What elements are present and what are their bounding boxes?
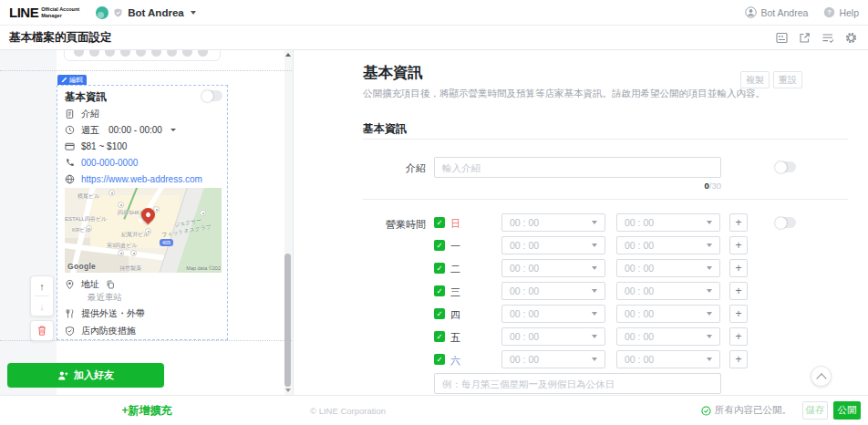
day-label: 三 xyxy=(450,285,460,299)
open-time-select[interactable]: 00 : 00 xyxy=(501,213,605,232)
add-time-slot-button[interactable]: + xyxy=(729,259,748,277)
basic-info-preview-card[interactable]: 基本資訊 介紹 週五 00:00 - 00:00 xyxy=(57,85,228,340)
map-marker xyxy=(108,190,115,196)
add-time-slot-button[interactable]: + xyxy=(729,350,748,368)
day-checkbox[interactable]: ✓ xyxy=(434,217,445,228)
day-checkbox[interactable]: ✓ xyxy=(434,331,445,342)
preview-card-toggle[interactable] xyxy=(202,90,222,101)
open-time-select[interactable]: 00 : 00 xyxy=(501,327,605,346)
open-time-select[interactable]: 00 : 00 xyxy=(501,350,605,368)
preview-phone-row[interactable]: 000-000-0000 xyxy=(65,157,138,169)
person-add-icon xyxy=(57,370,68,381)
help-menu[interactable]: ? Help xyxy=(823,6,859,18)
map[interactable]: 横尾ビル 四谷SHKビル ESTALL四谷ビル KRビル 紀尾井ビル ジェクサー… xyxy=(65,188,222,273)
intro-toggle[interactable] xyxy=(776,161,796,172)
line-logo[interactable]: LINE xyxy=(9,5,38,20)
open-time-select[interactable]: 00 : 00 xyxy=(501,282,605,300)
chevron-down-icon xyxy=(707,335,712,338)
save-button[interactable]: 儲存 xyxy=(802,401,828,420)
hours-note-input[interactable] xyxy=(434,373,721,394)
chevron-down-icon xyxy=(592,221,597,224)
gear-icon[interactable] xyxy=(845,32,857,44)
open-time-select[interactable]: 00 : 00 xyxy=(501,259,605,277)
close-time-select[interactable]: 00 : 00 xyxy=(616,350,720,368)
preview-card-above[interactable] xyxy=(64,50,221,61)
add-expansion-button[interactable]: +新增擴充 xyxy=(121,403,171,419)
open-time-select[interactable]: 00 : 00 xyxy=(501,236,605,254)
add-time-slot-button[interactable]: + xyxy=(729,327,748,346)
preview-url-row[interactable]: https://www.web-address.com xyxy=(65,173,202,185)
scroll-up-arrow-icon[interactable] xyxy=(285,53,291,57)
scroll-down-arrow-icon[interactable] xyxy=(285,389,291,392)
list-check-icon[interactable] xyxy=(822,32,834,44)
help-icon: ? xyxy=(823,6,835,18)
close-time-select[interactable]: 00 : 00 xyxy=(616,305,720,323)
edit-tag[interactable]: 編輯 xyxy=(57,75,87,85)
topbar-right: Bot Andrea ? Help xyxy=(745,6,859,18)
map-label: 第3四倉ビル xyxy=(107,242,138,250)
close-time-select[interactable]: 00 : 00 xyxy=(616,282,720,300)
hours-row: ✓ 二 00 : 00 00 : 00 + xyxy=(434,259,817,277)
map-marker xyxy=(118,250,124,256)
preview-hours-row[interactable]: 週五 00:00 - 00:00 xyxy=(65,124,176,136)
icon-placeholder xyxy=(198,50,208,57)
day-label: 四 xyxy=(450,308,460,322)
hours-row: ✓ 四 00 : 00 00 : 00 + xyxy=(434,305,817,323)
topbar: LINE Official AccountManager Bot Andrea … xyxy=(0,0,868,26)
day-checkbox[interactable]: ✓ xyxy=(434,354,445,365)
day-checkbox[interactable]: ✓ xyxy=(434,263,445,274)
add-time-slot-button[interactable]: + xyxy=(729,236,748,254)
day-checkbox[interactable]: ✓ xyxy=(434,308,445,319)
copy-icon[interactable] xyxy=(106,280,115,289)
add-time-slot-button[interactable]: + xyxy=(729,305,748,323)
publish-button[interactable]: 公開 xyxy=(833,401,861,420)
close-time-select[interactable]: 00 : 00 xyxy=(616,213,720,232)
header-tools xyxy=(776,32,859,44)
utensils-icon xyxy=(65,308,75,319)
chevron-down-icon xyxy=(707,244,712,247)
open-time-select[interactable]: 00 : 00 xyxy=(501,305,605,323)
icon-placeholder xyxy=(182,50,192,57)
move-down-button[interactable]: ↓ xyxy=(31,296,53,316)
map-marker xyxy=(200,210,206,216)
hours-row: ✓ 日 00 : 00 00 : 00 + xyxy=(434,213,817,232)
scroll-to-top-button[interactable] xyxy=(811,366,832,387)
account-switcher[interactable]: Bot Andrea xyxy=(96,6,196,19)
day-label: 六 xyxy=(450,354,460,368)
move-up-button[interactable]: ↑ xyxy=(31,276,53,295)
delete-button[interactable] xyxy=(30,320,54,341)
preview-icon[interactable] xyxy=(776,32,788,44)
close-time-select[interactable]: 00 : 00 xyxy=(616,327,720,346)
preview-address-row[interactable]: 地址 xyxy=(65,278,115,290)
copy-button[interactable]: 複製 xyxy=(740,71,770,88)
scrollbar-thumb[interactable] xyxy=(284,254,291,387)
form-description: 公開擴充項目後，將顯示營業時間及預算等店家基本資訊。請啟用希望公開的項目並輸入內… xyxy=(363,88,765,100)
icon-placeholder xyxy=(136,50,146,57)
close-time-select[interactable]: 00 : 00 xyxy=(616,236,720,254)
map-label: 紀尾井ビル xyxy=(121,231,149,239)
hours-toggle[interactable] xyxy=(776,217,796,228)
preview-takeout-row: 提供外送・外帶 xyxy=(65,307,145,319)
chevron-down-icon xyxy=(592,358,597,361)
map-label: 持世製薬 xyxy=(119,264,141,273)
reset-button[interactable]: 重設 xyxy=(773,71,802,88)
user-menu[interactable]: Bot Andrea xyxy=(745,6,808,18)
close-time-select[interactable]: 00 : 00 xyxy=(616,259,720,277)
day-checkbox[interactable]: ✓ xyxy=(434,240,445,251)
day-checkbox[interactable]: ✓ xyxy=(434,285,445,296)
preview-scrollbar[interactable] xyxy=(284,50,293,395)
chevron-down-icon xyxy=(707,221,712,224)
icon-placeholder xyxy=(74,50,84,57)
clock-icon xyxy=(65,125,75,135)
chevron-down-icon xyxy=(707,289,712,293)
profile-preview-panel: 編輯 基本資訊 介紹 週五 xyxy=(0,50,294,395)
external-link-icon[interactable] xyxy=(799,32,811,44)
add-time-slot-button[interactable]: + xyxy=(729,213,748,232)
svg-text:?: ? xyxy=(827,8,832,16)
chevron-down-icon xyxy=(707,312,712,316)
chevron-down-icon xyxy=(170,129,176,131)
intro-input[interactable] xyxy=(434,157,721,178)
add-time-slot-button[interactable]: + xyxy=(729,282,748,300)
line-oa-manager-screen: LINE Official AccountManager Bot Andrea … xyxy=(0,0,868,425)
add-friend-button[interactable]: 加入好友 xyxy=(7,363,164,388)
